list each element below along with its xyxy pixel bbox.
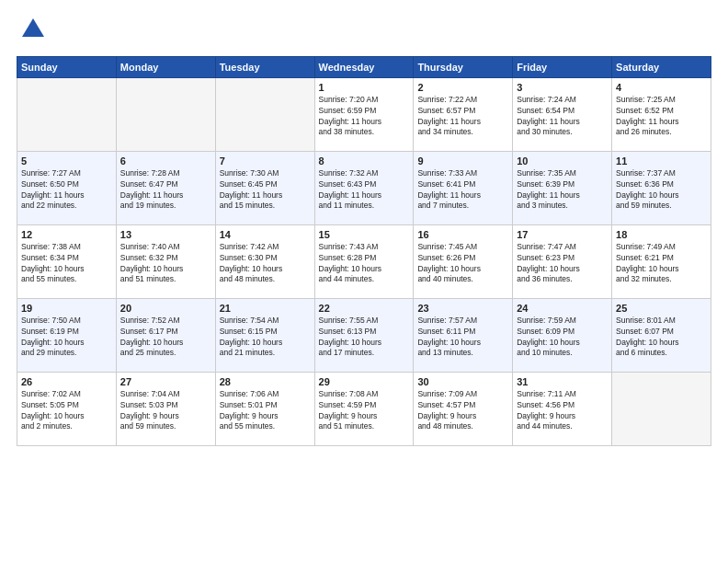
day-number: 13 bbox=[120, 229, 211, 240]
day-number: 7 bbox=[220, 155, 311, 167]
day-info: Sunrise: 7:11 AM Sunset: 4:56 PM Dayligh… bbox=[517, 389, 608, 433]
day-number: 16 bbox=[417, 229, 508, 240]
calendar-cell: 6Sunrise: 7:28 AM Sunset: 6:47 PM Daylig… bbox=[116, 151, 215, 224]
calendar-cell: 7Sunrise: 7:30 AM Sunset: 6:45 PM Daylig… bbox=[215, 151, 314, 224]
calendar-cell: 1Sunrise: 7:20 AM Sunset: 6:59 PM Daylig… bbox=[314, 77, 414, 151]
week-row-4: 19Sunrise: 7:50 AM Sunset: 6:19 PM Dayli… bbox=[17, 298, 711, 372]
day-number: 18 bbox=[616, 229, 707, 240]
day-info: Sunrise: 7:22 AM Sunset: 6:57 PM Dayligh… bbox=[417, 95, 508, 139]
calendar-cell: 23Sunrise: 7:57 AM Sunset: 6:11 PM Dayli… bbox=[414, 298, 513, 372]
day-number: 22 bbox=[319, 303, 410, 314]
calendar-cell: 19Sunrise: 7:50 AM Sunset: 6:19 PM Dayli… bbox=[17, 298, 117, 372]
day-number: 8 bbox=[319, 155, 410, 167]
calendar-cell: 3Sunrise: 7:24 AM Sunset: 6:54 PM Daylig… bbox=[513, 77, 612, 151]
day-info: Sunrise: 7:54 AM Sunset: 6:15 PM Dayligh… bbox=[220, 316, 311, 360]
day-number: 28 bbox=[220, 376, 311, 387]
day-info: Sunrise: 8:01 AM Sunset: 6:07 PM Dayligh… bbox=[616, 316, 707, 360]
page: SundayMondayTuesdayWednesdayThursdayFrid… bbox=[0, 0, 728, 563]
day-info: Sunrise: 7:43 AM Sunset: 6:28 PM Dayligh… bbox=[319, 242, 410, 286]
day-number: 12 bbox=[21, 229, 112, 240]
header bbox=[17, 17, 711, 47]
day-info: Sunrise: 7:57 AM Sunset: 6:11 PM Dayligh… bbox=[417, 316, 508, 360]
calendar-cell: 12Sunrise: 7:38 AM Sunset: 6:34 PM Dayli… bbox=[17, 224, 117, 298]
calendar-cell bbox=[215, 77, 314, 151]
day-number: 5 bbox=[21, 155, 112, 167]
calendar-cell: 30Sunrise: 7:09 AM Sunset: 4:57 PM Dayli… bbox=[414, 372, 513, 445]
calendar-cell bbox=[17, 77, 117, 151]
day-number: 24 bbox=[517, 303, 608, 314]
day-number: 9 bbox=[417, 155, 508, 167]
week-row-1: 1Sunrise: 7:20 AM Sunset: 6:59 PM Daylig… bbox=[17, 77, 711, 151]
day-info: Sunrise: 7:59 AM Sunset: 6:09 PM Dayligh… bbox=[517, 316, 608, 360]
weekday-header-saturday: Saturday bbox=[612, 56, 711, 77]
day-number: 11 bbox=[616, 155, 707, 167]
weekday-header-monday: Monday bbox=[116, 56, 215, 77]
day-number: 14 bbox=[220, 229, 311, 240]
day-info: Sunrise: 7:35 AM Sunset: 6:39 PM Dayligh… bbox=[517, 168, 608, 213]
day-info: Sunrise: 7:24 AM Sunset: 6:54 PM Dayligh… bbox=[517, 95, 608, 139]
day-number: 3 bbox=[517, 82, 608, 93]
day-number: 26 bbox=[21, 376, 112, 387]
day-number: 15 bbox=[319, 229, 410, 240]
week-row-5: 26Sunrise: 7:02 AM Sunset: 5:05 PM Dayli… bbox=[17, 372, 711, 445]
weekday-header-row: SundayMondayTuesdayWednesdayThursdayFrid… bbox=[17, 56, 711, 77]
day-number: 30 bbox=[417, 376, 508, 387]
day-info: Sunrise: 7:50 AM Sunset: 6:19 PM Dayligh… bbox=[21, 316, 112, 360]
calendar-cell bbox=[116, 77, 215, 151]
weekday-header-wednesday: Wednesday bbox=[314, 56, 414, 77]
day-number: 20 bbox=[120, 303, 211, 314]
week-row-3: 12Sunrise: 7:38 AM Sunset: 6:34 PM Dayli… bbox=[17, 224, 711, 298]
calendar-cell: 20Sunrise: 7:52 AM Sunset: 6:17 PM Dayli… bbox=[116, 298, 215, 372]
calendar-cell: 28Sunrise: 7:06 AM Sunset: 5:01 PM Dayli… bbox=[215, 372, 314, 445]
calendar-cell: 26Sunrise: 7:02 AM Sunset: 5:05 PM Dayli… bbox=[17, 372, 117, 445]
calendar-cell: 21Sunrise: 7:54 AM Sunset: 6:15 PM Dayli… bbox=[215, 298, 314, 372]
calendar-cell: 27Sunrise: 7:04 AM Sunset: 5:03 PM Dayli… bbox=[116, 372, 215, 445]
day-number: 25 bbox=[616, 303, 707, 314]
day-number: 31 bbox=[517, 376, 608, 387]
week-row-2: 5Sunrise: 7:27 AM Sunset: 6:50 PM Daylig… bbox=[17, 151, 711, 224]
weekday-header-friday: Friday bbox=[513, 56, 612, 77]
day-number: 19 bbox=[21, 303, 112, 314]
calendar-cell: 9Sunrise: 7:33 AM Sunset: 6:41 PM Daylig… bbox=[414, 151, 513, 224]
day-info: Sunrise: 7:47 AM Sunset: 6:23 PM Dayligh… bbox=[517, 242, 608, 286]
day-number: 2 bbox=[417, 82, 508, 93]
calendar-cell: 29Sunrise: 7:08 AM Sunset: 4:59 PM Dayli… bbox=[314, 372, 414, 445]
calendar-cell: 25Sunrise: 8:01 AM Sunset: 6:07 PM Dayli… bbox=[612, 298, 711, 372]
day-info: Sunrise: 7:27 AM Sunset: 6:50 PM Dayligh… bbox=[21, 168, 112, 213]
day-info: Sunrise: 7:49 AM Sunset: 6:21 PM Dayligh… bbox=[616, 242, 707, 286]
day-info: Sunrise: 7:08 AM Sunset: 4:59 PM Dayligh… bbox=[319, 389, 410, 433]
day-info: Sunrise: 7:02 AM Sunset: 5:05 PM Dayligh… bbox=[21, 389, 112, 433]
day-number: 27 bbox=[120, 376, 211, 387]
calendar-cell: 8Sunrise: 7:32 AM Sunset: 6:43 PM Daylig… bbox=[314, 151, 414, 224]
calendar: SundayMondayTuesdayWednesdayThursdayFrid… bbox=[17, 56, 711, 446]
day-number: 21 bbox=[220, 303, 311, 314]
day-number: 29 bbox=[319, 376, 410, 387]
day-number: 10 bbox=[517, 155, 608, 167]
logo-icon bbox=[20, 17, 46, 42]
day-info: Sunrise: 7:25 AM Sunset: 6:52 PM Dayligh… bbox=[616, 95, 707, 139]
day-info: Sunrise: 7:09 AM Sunset: 4:57 PM Dayligh… bbox=[417, 389, 508, 433]
calendar-cell: 11Sunrise: 7:37 AM Sunset: 6:36 PM Dayli… bbox=[612, 151, 711, 224]
day-number: 1 bbox=[319, 82, 410, 93]
day-info: Sunrise: 7:38 AM Sunset: 6:34 PM Dayligh… bbox=[21, 242, 112, 286]
calendar-cell: 17Sunrise: 7:47 AM Sunset: 6:23 PM Dayli… bbox=[513, 224, 612, 298]
calendar-cell: 16Sunrise: 7:45 AM Sunset: 6:26 PM Dayli… bbox=[414, 224, 513, 298]
logo bbox=[17, 17, 46, 47]
calendar-cell: 13Sunrise: 7:40 AM Sunset: 6:32 PM Dayli… bbox=[116, 224, 215, 298]
calendar-cell: 24Sunrise: 7:59 AM Sunset: 6:09 PM Dayli… bbox=[513, 298, 612, 372]
day-info: Sunrise: 7:37 AM Sunset: 6:36 PM Dayligh… bbox=[616, 168, 707, 213]
day-number: 17 bbox=[517, 229, 608, 240]
calendar-cell: 31Sunrise: 7:11 AM Sunset: 4:56 PM Dayli… bbox=[513, 372, 612, 445]
svg-marker-0 bbox=[22, 18, 44, 37]
day-info: Sunrise: 7:20 AM Sunset: 6:59 PM Dayligh… bbox=[319, 95, 410, 139]
weekday-header-tuesday: Tuesday bbox=[215, 56, 314, 77]
day-number: 4 bbox=[616, 82, 707, 93]
weekday-header-sunday: Sunday bbox=[17, 56, 117, 77]
calendar-cell: 22Sunrise: 7:55 AM Sunset: 6:13 PM Dayli… bbox=[314, 298, 414, 372]
day-info: Sunrise: 7:04 AM Sunset: 5:03 PM Dayligh… bbox=[120, 389, 211, 433]
calendar-cell: 14Sunrise: 7:42 AM Sunset: 6:30 PM Dayli… bbox=[215, 224, 314, 298]
calendar-cell: 10Sunrise: 7:35 AM Sunset: 6:39 PM Dayli… bbox=[513, 151, 612, 224]
day-info: Sunrise: 7:52 AM Sunset: 6:17 PM Dayligh… bbox=[120, 316, 211, 360]
day-info: Sunrise: 7:33 AM Sunset: 6:41 PM Dayligh… bbox=[417, 168, 508, 213]
day-info: Sunrise: 7:55 AM Sunset: 6:13 PM Dayligh… bbox=[319, 316, 410, 360]
